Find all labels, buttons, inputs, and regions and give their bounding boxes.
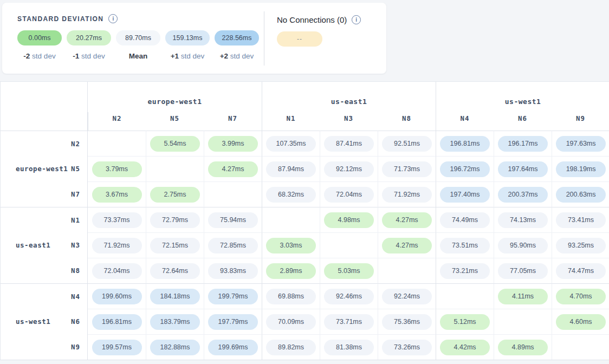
- matrix-cell-self: [204, 181, 262, 207]
- matrix-row-n9: N9199.57ms182.88ms199.69ms89.82ms81.38ms…: [1, 334, 609, 360]
- matrix-cell: 4.98ms: [320, 207, 378, 232]
- column-header-n9: N9: [552, 112, 609, 131]
- no-connections-title: No Connections (0): [277, 15, 347, 24]
- row-node-label: N7: [71, 190, 80, 198]
- legend-label: +2 std dev: [215, 52, 259, 60]
- latency-pill: 196.81ms: [440, 136, 490, 152]
- row-node-label: N5: [71, 165, 80, 173]
- no-connections-info-icon[interactable]: i: [352, 15, 361, 24]
- latency-pill: 75.36ms: [382, 314, 432, 330]
- latency-pill: 4.27ms: [208, 161, 258, 177]
- latency-pill: 93.25ms: [556, 238, 606, 253]
- latency-pill: 200.37ms: [498, 187, 548, 203]
- matrix-cell: 3.03ms: [262, 232, 320, 258]
- latency-pill: 73.51ms: [440, 238, 490, 253]
- latency-pill: 74.13ms: [498, 212, 548, 228]
- latency-pill: 72.15ms: [150, 238, 200, 253]
- row-node-label: N1: [71, 216, 80, 224]
- legend-pill: 20.27ms: [67, 30, 111, 46]
- row-header-n6: us-west1N6: [1, 309, 88, 334]
- latency-pill: 4.98ms: [324, 212, 374, 228]
- matrix-cell: 199.60ms: [88, 283, 146, 309]
- latency-pill: 5.54ms: [150, 136, 200, 152]
- matrix-cell: 74.13ms: [494, 207, 552, 232]
- matrix-cell: 4.60ms: [552, 309, 609, 334]
- matrix-cell: 4.42ms: [436, 334, 494, 360]
- matrix-cell: 183.79ms: [146, 309, 204, 334]
- matrix-cell: 73.71ms: [320, 309, 378, 334]
- matrix-cell: 199.57ms: [88, 334, 146, 360]
- matrix-cell: 89.82ms: [262, 334, 320, 360]
- latency-pill: 93.83ms: [208, 263, 258, 279]
- latency-pill: 5.03ms: [324, 263, 374, 279]
- column-header-n5: N5: [146, 112, 204, 131]
- row-header-n1: N1: [1, 207, 88, 232]
- matrix-cell: 71.73ms: [378, 156, 436, 181]
- matrix-cell-self: [262, 207, 320, 232]
- latency-pill: 196.72ms: [440, 161, 490, 177]
- column-header-n6: N6: [494, 112, 552, 131]
- latency-pill: 200.63ms: [556, 187, 606, 203]
- matrix-cell: 199.69ms: [204, 334, 262, 360]
- latency-pill: 73.41ms: [556, 212, 606, 228]
- matrix-cell: 182.88ms: [146, 334, 204, 360]
- latency-pill: 92.46ms: [324, 289, 374, 304]
- no-connections-section: No Connections (0) i --: [264, 3, 361, 74]
- matrix-cell-self: [552, 334, 609, 360]
- matrix-row-n1: N173.37ms72.79ms75.94ms4.98ms4.27ms74.49…: [1, 207, 609, 232]
- latency-pill: 197.40ms: [440, 187, 490, 203]
- matrix-cell: 197.64ms: [494, 156, 552, 181]
- matrix-row-n7: N73.67ms2.75ms68.32ms72.04ms71.92ms197.4…: [1, 181, 609, 207]
- matrix-cell: 3.67ms: [88, 181, 146, 207]
- matrix-cell: 200.63ms: [552, 181, 609, 207]
- matrix-cell: 4.70ms: [552, 283, 609, 309]
- matrix-cell: 2.75ms: [146, 181, 204, 207]
- matrix-cell: 199.79ms: [204, 283, 262, 309]
- matrix-cell: 74.47ms: [552, 258, 609, 283]
- matrix-cell: 4.27ms: [204, 156, 262, 181]
- latency-pill: 196.17ms: [498, 136, 548, 152]
- latency-pill: 69.88ms: [266, 289, 316, 304]
- matrix-cell: 196.72ms: [436, 156, 494, 181]
- latency-pill: 4.11ms: [498, 289, 548, 304]
- latency-pill: 199.57ms: [92, 340, 142, 355]
- matrix-cell: 198.19ms: [552, 156, 609, 181]
- latency-pill: 92.51ms: [382, 136, 432, 152]
- legend-label: +1 std dev: [165, 52, 210, 60]
- std-dev-info-icon[interactable]: i: [108, 14, 118, 23]
- std-dev-legend-items: 0.00ms-2 std dev20.27ms-1 std dev89.70ms…: [17, 30, 264, 60]
- row-node-label: N6: [71, 317, 80, 326]
- latency-pill: 3.03ms: [266, 238, 316, 253]
- latency-pill: 74.49ms: [440, 212, 490, 228]
- matrix-cell: 184.18ms: [146, 283, 204, 309]
- latency-pill: 4.42ms: [440, 340, 490, 355]
- matrix-cell: 5.12ms: [436, 309, 494, 334]
- latency-pill: 182.88ms: [150, 340, 200, 355]
- matrix-cell: 72.64ms: [146, 258, 204, 283]
- column-header-n8: N8: [378, 112, 436, 131]
- matrix-cell-self: [378, 258, 436, 283]
- latency-pill: 199.60ms: [92, 289, 142, 304]
- matrix-body: N25.54ms3.99ms107.35ms87.41ms92.51ms196.…: [1, 131, 609, 360]
- matrix-cell: 72.15ms: [146, 232, 204, 258]
- column-header-n7: N7: [204, 112, 262, 131]
- matrix-corner-cell: [1, 82, 88, 131]
- legend-card: STANDARD DEVIATION i 0.00ms-2 std dev20.…: [2, 3, 386, 74]
- latency-pill: 3.99ms: [208, 136, 258, 152]
- latency-pill: 73.71ms: [324, 314, 374, 330]
- row-header-n3: us-east1N3: [1, 232, 88, 258]
- matrix-cell-self: [436, 283, 494, 309]
- matrix-cell: 197.40ms: [436, 181, 494, 207]
- matrix-row-n6: us-west1N6196.81ms183.79ms197.79ms70.09m…: [1, 309, 609, 334]
- matrix-cell: 92.51ms: [378, 131, 436, 156]
- matrix-cell: 4.27ms: [378, 207, 436, 232]
- matrix-cell: 5.03ms: [320, 258, 378, 283]
- row-header-n7: N7: [1, 181, 88, 207]
- matrix-cell: 92.12ms: [320, 156, 378, 181]
- legend-label: -1 std dev: [67, 52, 111, 60]
- latency-pill: 72.79ms: [150, 212, 200, 228]
- latency-pill: 4.70ms: [556, 289, 606, 304]
- latency-pill: 2.89ms: [266, 263, 316, 279]
- std-dev-title: STANDARD DEVIATION: [17, 15, 103, 23]
- latency-pill: 183.79ms: [150, 314, 200, 330]
